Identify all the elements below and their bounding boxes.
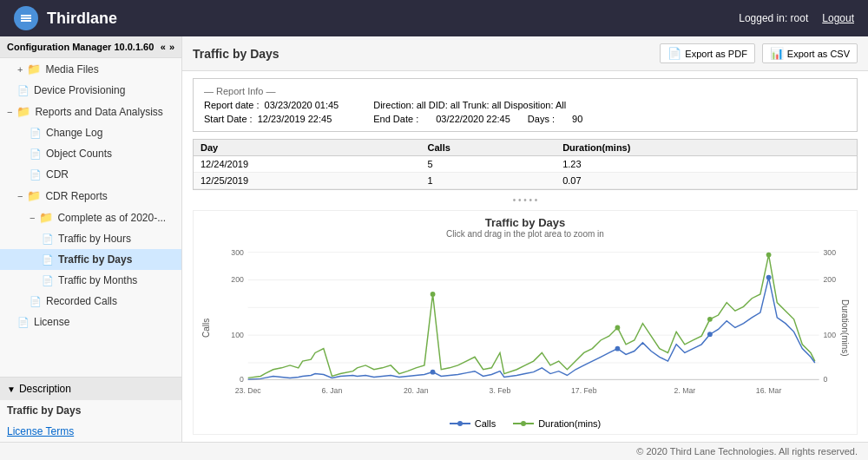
chart-inner[interactable]: Calls 300 200 100 0 bbox=[194, 240, 857, 415]
sidebar-item-reports[interactable]: − 📁 Reports and Data Analysiss bbox=[0, 101, 181, 122]
svg-point-29 bbox=[766, 275, 772, 280]
svg-text:200: 200 bbox=[231, 275, 244, 284]
sidebar-item-label: CDR Reports bbox=[45, 190, 107, 202]
sidebar-item-device-provisioning[interactable]: 📄 Device Provisioning bbox=[0, 80, 181, 101]
table-cell: 1.23 bbox=[556, 156, 857, 173]
app-title: Thirdlane bbox=[47, 10, 117, 28]
col-duration: Duration(mins) bbox=[556, 140, 857, 156]
report-info-grid: Report date : 03/23/2020 01:45 Start Dat… bbox=[204, 100, 846, 124]
file-icon: 📄 bbox=[30, 296, 42, 307]
chart-svg-wrap: 300 200 100 0 300 200 100 0 23. Dec 6. J… bbox=[214, 244, 836, 411]
svg-text:0: 0 bbox=[823, 375, 827, 384]
folder-icon: 📁 bbox=[39, 211, 53, 224]
sidebar-item-label: CDR bbox=[46, 168, 69, 181]
svg-text:3. Feb: 3. Feb bbox=[490, 386, 511, 395]
sidebar-item-license[interactable]: 📄 License bbox=[0, 312, 181, 332]
file-icon: 📄 bbox=[30, 128, 42, 139]
plus-icon: + bbox=[17, 64, 23, 75]
y-axis-right-label: Duration(mins) bbox=[836, 244, 853, 411]
file-icon: 📄 bbox=[30, 148, 42, 160]
config-label: Configuration Manager 10.0.1.60 bbox=[7, 42, 154, 52]
folder-icon: 📁 bbox=[27, 62, 41, 76]
report-date-row: Report date : 03/23/2020 01:45 bbox=[204, 100, 339, 110]
end-date-value: 03/22/2020 22:45 bbox=[436, 114, 510, 124]
start-date-value: 12/23/2019 22:45 bbox=[258, 114, 332, 124]
svg-text:17. Feb: 17. Feb bbox=[571, 386, 597, 395]
folder-icon: 📁 bbox=[27, 189, 41, 202]
sidebar-item-traffic-months[interactable]: 📄 Traffic by Months bbox=[0, 270, 181, 291]
table-cell: 0.07 bbox=[556, 173, 857, 189]
content-header: Traffic by Days 📄 Export as PDF 📊 Export… bbox=[182, 36, 868, 71]
svg-text:200: 200 bbox=[823, 275, 836, 284]
sidebar-item-label: License bbox=[34, 316, 69, 328]
sidebar-item-recorded-calls[interactable]: 📄 Recorded Calls bbox=[0, 291, 181, 312]
svg-point-28 bbox=[431, 370, 436, 375]
header-right: Logged in: root Logout bbox=[739, 12, 854, 24]
table-row: 12/24/201951.23 bbox=[194, 156, 857, 173]
data-table: Day Calls Duration(mins) 12/24/201951.23… bbox=[194, 140, 857, 189]
table-cell: 5 bbox=[421, 156, 556, 173]
file-icon: 📄 bbox=[42, 254, 54, 266]
svg-text:0: 0 bbox=[240, 375, 244, 384]
start-date-label: Start Date : bbox=[204, 114, 253, 124]
svg-point-36 bbox=[521, 421, 526, 426]
sidebar-item-label: Device Provisioning bbox=[34, 84, 125, 96]
export-csv-label: Export as CSV bbox=[787, 49, 850, 59]
col-day: Day bbox=[194, 140, 421, 156]
description-label: Description bbox=[19, 383, 71, 395]
chart-legend: Calls Duration(mins) bbox=[194, 415, 857, 434]
days-value: 90 bbox=[572, 114, 582, 124]
svg-point-24 bbox=[431, 292, 436, 297]
svg-text:300: 300 bbox=[823, 248, 836, 257]
svg-point-30 bbox=[707, 332, 713, 337]
report-date-value: 03/23/2020 01:45 bbox=[265, 100, 339, 110]
sidebar-item-media-files[interactable]: + 📁 Media Files bbox=[0, 58, 181, 80]
direction-row: Direction: all DID: all Trunk: all Dispo… bbox=[373, 100, 582, 110]
sidebar-item-cdr-reports[interactable]: − 📁 CDR Reports bbox=[0, 185, 181, 207]
sidebar-item-traffic-hours[interactable]: 📄 Traffic by Hours bbox=[0, 228, 181, 249]
logout-button[interactable]: Logout bbox=[822, 12, 854, 24]
y-axis-left-label: Calls bbox=[197, 244, 214, 411]
legend-calls: Calls bbox=[450, 418, 496, 429]
table-row: 12/25/201910.07 bbox=[194, 173, 857, 189]
file-icon: 📄 bbox=[30, 169, 42, 181]
table-cell: 12/24/2019 bbox=[194, 156, 421, 173]
content-area: Traffic by Days 📄 Export as PDF 📊 Export… bbox=[182, 36, 868, 442]
page-title: Traffic by Days bbox=[193, 47, 279, 61]
sidebar-item-label: Traffic by Hours bbox=[58, 233, 131, 245]
logged-in-text: Logged in: root bbox=[739, 12, 808, 24]
end-date-label: End Date : bbox=[373, 114, 418, 124]
sidebar-active-label: Traffic by Days bbox=[0, 400, 181, 421]
file-icon: 📄 bbox=[42, 233, 54, 245]
svg-text:100: 100 bbox=[823, 331, 836, 339]
sidebar-item-traffic-days[interactable]: 📄 Traffic by Days bbox=[0, 249, 181, 270]
csv-icon: 📊 bbox=[770, 47, 784, 60]
sidebar-item-label: Traffic by Days bbox=[58, 253, 132, 266]
svg-text:2. Mar: 2. Mar bbox=[674, 386, 696, 395]
file-icon: 📄 bbox=[17, 317, 30, 328]
config-icons: « » bbox=[161, 42, 174, 52]
folder-icon: 📁 bbox=[16, 105, 30, 118]
days-label: Days : bbox=[528, 114, 555, 124]
expand-icon[interactable]: « bbox=[161, 42, 166, 52]
svg-text:20. Jan: 20. Jan bbox=[404, 386, 429, 395]
export-csv-button[interactable]: 📊 Export as CSV bbox=[762, 43, 858, 63]
file-icon: 📄 bbox=[17, 85, 30, 96]
license-terms-link[interactable]: License Terms bbox=[0, 421, 181, 442]
divider-dots: • • • • • bbox=[182, 194, 868, 207]
app-footer: © 2020 Third Lane Technologies. All righ… bbox=[0, 442, 868, 460]
sidebar-item-object-counts[interactable]: 📄 Object Counts bbox=[0, 143, 181, 164]
legend-duration-label: Duration(mins) bbox=[538, 418, 601, 429]
sidebar-item-complete-as-of[interactable]: − 📁 Complete as of 2020-... bbox=[0, 207, 181, 228]
table-cell: 12/25/2019 bbox=[194, 173, 421, 189]
sidebar-item-change-log[interactable]: 📄 Change Log bbox=[0, 122, 181, 143]
sidebar-item-cdr[interactable]: 📄 CDR bbox=[0, 164, 181, 185]
svg-point-26 bbox=[707, 317, 713, 322]
svg-point-34 bbox=[457, 421, 463, 426]
export-pdf-button[interactable]: 📄 Export as PDF bbox=[660, 43, 755, 63]
start-date-row: Start Date : 12/23/2019 22:45 bbox=[204, 114, 339, 124]
chart-main-title: Traffic by Days bbox=[194, 216, 857, 229]
collapse-icon[interactable]: » bbox=[169, 42, 174, 52]
sidebar-description-toggle[interactable]: ▼ Description bbox=[0, 378, 181, 400]
report-info-right: Direction: all DID: all Trunk: all Dispo… bbox=[373, 100, 582, 124]
